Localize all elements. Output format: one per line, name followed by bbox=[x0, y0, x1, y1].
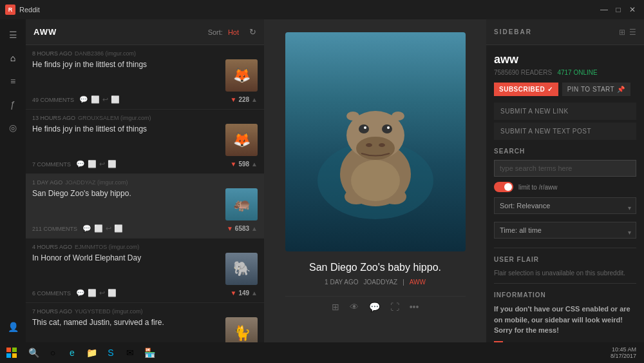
subscribe-label: SUBSCRIBED bbox=[499, 86, 545, 93]
comments-count[interactable]: 49 COMMENTS bbox=[32, 97, 74, 103]
tag-icon[interactable]: ƒ bbox=[3, 94, 23, 115]
share-icon[interactable]: ⬜ bbox=[88, 289, 97, 297]
post-author: YUGYSTEBD (imgur.com) bbox=[75, 308, 143, 315]
close-button[interactable]: ✕ bbox=[626, 3, 639, 16]
post-detail-author[interactable]: JOADDYAZ bbox=[364, 279, 398, 286]
toggle-knob bbox=[504, 183, 512, 191]
sidebar-list-icon[interactable]: ☰ bbox=[629, 28, 636, 37]
svg-point-4 bbox=[366, 143, 372, 147]
start-button[interactable] bbox=[3, 344, 21, 362]
submit-link-button[interactable]: SUBMIT A NEW LINK bbox=[494, 103, 636, 120]
comments-count[interactable]: 211 COMMENTS bbox=[32, 226, 77, 232]
post-time: 1 DAY AGO bbox=[32, 179, 62, 186]
taskbar-search-icon[interactable]: 🔍 bbox=[24, 344, 43, 362]
pin-button[interactable]: PIN TO START 📌 bbox=[562, 83, 630, 96]
content-scroll[interactable]: San Diego Zoo's baby hippo. 1 DAY AGO JO… bbox=[264, 19, 486, 342]
pin-label: PIN TO START bbox=[567, 86, 615, 93]
vote-down-arrow[interactable]: ▼ bbox=[231, 96, 237, 103]
more-icon[interactable]: ⬜ bbox=[108, 289, 117, 297]
limit-toggle[interactable] bbox=[494, 182, 513, 192]
submit-text-button[interactable]: SUBMIT A NEW TEXT POST bbox=[494, 123, 636, 140]
sub-buttons: SUBSCRIBED ✓ PIN TO START 📌 bbox=[494, 83, 636, 96]
post-meta: 13 HOURS AGO GROUXSALEM (imgur.com) bbox=[32, 115, 258, 121]
taskbar-skype-icon[interactable]: S bbox=[102, 344, 120, 362]
vote-down-arrow[interactable]: ▼ bbox=[231, 161, 237, 168]
more-icon[interactable]: ⬜ bbox=[108, 160, 117, 168]
post-item[interactable]: 8 HOURS AGO DANB2386 (imgur.com) He find… bbox=[26, 45, 264, 110]
comments-count[interactable]: 6 COMMENTS bbox=[32, 290, 71, 297]
post-thumbnail: 🐈 bbox=[225, 317, 258, 342]
comment-icon[interactable]: 💬 bbox=[82, 224, 91, 233]
taskbar-folder-icon[interactable]: 📁 bbox=[82, 344, 100, 362]
vote-down-arrow[interactable]: ▼ bbox=[231, 289, 237, 297]
maximize-button[interactable]: □ bbox=[612, 3, 625, 16]
post-meta: 7 HOURS AGO YUGYSTEBD (imgur.com) bbox=[32, 308, 258, 315]
detail-view-icon[interactable]: 👁 bbox=[350, 302, 359, 312]
user-flair-title: USER FLAIR bbox=[494, 256, 636, 263]
sort-value[interactable]: Hot bbox=[228, 28, 239, 36]
action-icons: 💬 ⬜ ↩ ⬜ bbox=[82, 224, 123, 233]
post-author: GROUXSALEM (imgur.com) bbox=[78, 115, 151, 121]
action-icons: 💬 ⬜ ↩ ⬜ bbox=[76, 289, 117, 297]
save-icon[interactable]: ↩ bbox=[99, 160, 105, 168]
refresh-icon[interactable]: ↻ bbox=[249, 27, 256, 37]
taskbar-cortana-icon[interactable]: ○ bbox=[44, 344, 62, 362]
app-icon: R bbox=[5, 5, 15, 15]
post-item[interactable]: 1 DAY AGO JOADDYAZ (imgur.com) San Diego… bbox=[26, 174, 264, 239]
information-title: INFORMATION bbox=[494, 291, 636, 299]
share-icon[interactable]: ⬜ bbox=[91, 95, 100, 104]
user-icon[interactable]: 👤 bbox=[3, 317, 23, 337]
time-select[interactable]: Time: all time Time: past day Time: past… bbox=[494, 222, 636, 239]
save-icon[interactable]: ↩ bbox=[106, 224, 111, 233]
vote-up-arrow[interactable]: ▲ bbox=[251, 96, 258, 103]
detail-more-icon[interactable]: ••• bbox=[410, 302, 419, 312]
post-content-row: He finds joy in the littlest of things 🦊 bbox=[32, 124, 258, 156]
svg-rect-15 bbox=[6, 348, 11, 352]
detail-image-icon[interactable]: ⊞ bbox=[332, 302, 339, 312]
post-title: He finds joy in the littlest of things bbox=[32, 124, 220, 135]
list-icon[interactable]: ≡ bbox=[3, 71, 23, 92]
post-item[interactable]: 7 HOURS AGO YUGYSTEBD (imgur.com) This c… bbox=[26, 303, 264, 342]
svg-point-10 bbox=[346, 112, 359, 121]
subscribe-button[interactable]: SUBSCRIBED ✓ bbox=[494, 83, 558, 96]
icon-sidebar: ☰ ⌂ ≡ ƒ ◎ 👤 bbox=[0, 19, 26, 342]
taskbar-store-icon[interactable]: 🏪 bbox=[140, 344, 158, 362]
action-icons: 💬 ⬜ ↩ ⬜ bbox=[76, 160, 117, 168]
more-icon[interactable]: ⬜ bbox=[114, 224, 123, 233]
post-meta: 8 HOURS AGO DANB2386 (imgur.com) bbox=[32, 50, 258, 57]
sort-select[interactable]: Sort: Relevance Sort: New Sort: Top bbox=[494, 197, 636, 214]
vote-down-arrow[interactable]: ▼ bbox=[227, 225, 233, 232]
svg-point-5 bbox=[379, 143, 385, 147]
sidebar-grid-icon[interactable]: ⊞ bbox=[619, 28, 625, 37]
circle-icon[interactable]: ◎ bbox=[3, 117, 23, 138]
post-item[interactable]: 4 HOURS AGO EJMNMTOS (imgur.com) In Hono… bbox=[26, 239, 264, 303]
pin-icon: 📌 bbox=[617, 86, 625, 93]
vote-up-arrow[interactable]: ▲ bbox=[251, 289, 258, 297]
more-icon[interactable]: ⬜ bbox=[111, 95, 120, 104]
save-icon[interactable]: ↩ bbox=[99, 289, 105, 297]
post-item[interactable]: 13 HOURS AGO GROUXSALEM (imgur.com) He f… bbox=[26, 110, 264, 174]
vote-up-arrow[interactable]: ▲ bbox=[251, 161, 258, 168]
comments-count[interactable]: 7 COMMENTS bbox=[32, 161, 71, 168]
detail-comment-icon[interactable]: 💬 bbox=[369, 302, 380, 312]
window-controls: — □ ✕ bbox=[598, 3, 639, 16]
share-icon[interactable]: ⬜ bbox=[94, 224, 103, 233]
search-input[interactable] bbox=[494, 160, 636, 177]
post-detail-subreddit[interactable]: AWW bbox=[410, 279, 426, 286]
post-author: EJMNMTOS (imgur.com) bbox=[75, 244, 139, 250]
taskbar-mail-icon[interactable]: ✉ bbox=[121, 344, 139, 362]
taskbar-ie-icon[interactable]: e bbox=[63, 344, 81, 362]
vote-up-arrow[interactable]: ▲ bbox=[251, 225, 258, 232]
comment-icon[interactable]: 💬 bbox=[76, 289, 85, 297]
comment-icon[interactable]: 💬 bbox=[79, 95, 88, 104]
vote-section: ▼ 228 ▲ bbox=[231, 96, 258, 103]
comment-icon[interactable]: 💬 bbox=[76, 160, 85, 168]
hippo-svg bbox=[311, 52, 440, 232]
minimize-button[interactable]: — bbox=[598, 3, 611, 16]
home-icon[interactable]: ⌂ bbox=[3, 48, 23, 68]
svg-point-6 bbox=[359, 124, 369, 133]
detail-expand-icon[interactable]: ⛶ bbox=[390, 302, 399, 312]
menu-icon[interactable]: ☰ bbox=[3, 25, 23, 45]
save-icon[interactable]: ↩ bbox=[102, 95, 108, 104]
share-icon[interactable]: ⬜ bbox=[88, 160, 97, 168]
